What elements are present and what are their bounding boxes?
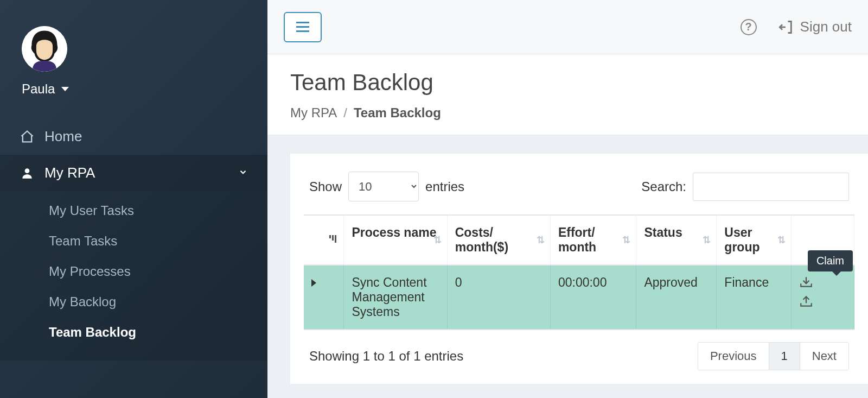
claim-icon[interactable] (799, 275, 813, 288)
sidebar-item-team-backlog[interactable]: Team Backlog (0, 317, 267, 348)
claim-tooltip: Claim (808, 250, 853, 271)
sidebar-item-label: My User Tasks (49, 203, 134, 218)
col-label: Process name (352, 225, 436, 239)
cell-actions: Claim (791, 265, 854, 330)
sidebar-item-my-rpa[interactable]: My RPA (0, 155, 267, 191)
sort-icon: ⇅ (537, 237, 545, 243)
breadcrumb-separator: / (343, 105, 347, 121)
sidebar-submenu: My User Tasks Team Tasks My Processes My… (0, 191, 267, 361)
entries-length-control: Show 10 entries (309, 172, 464, 201)
sort-icon: ⇅ (777, 237, 786, 243)
cell-usergroup: Finance (717, 265, 791, 330)
col-usergroup[interactable]: User group ⇅ (717, 215, 791, 265)
page-title: Team Backlog (290, 70, 845, 96)
row-expand-toggle[interactable] (304, 265, 344, 330)
release-icon[interactable] (799, 295, 813, 308)
main: ? Sign out Team Backlog My RPA / Team Ba… (267, 0, 868, 398)
sidebar-item-label: My Processes (49, 264, 131, 279)
pager: Previous 1 Next (698, 342, 849, 370)
content-body: Show 10 entries Search: (267, 135, 868, 398)
col-costs[interactable]: Costs/ month($) ⇅ (447, 215, 550, 265)
pager-prev-button[interactable]: Previous (698, 343, 769, 370)
table-header-row: Process name ⇅ Costs/ month($) ⇅ Effort/… (304, 215, 854, 265)
backlog-table: Process name ⇅ Costs/ month($) ⇅ Effort/… (304, 214, 854, 330)
col-label: Status (644, 225, 682, 239)
topbar: ? Sign out (267, 0, 868, 54)
person-icon (20, 166, 35, 181)
caret-right-icon (311, 279, 316, 287)
sidebar-item-label: Team Tasks (49, 233, 117, 248)
cell-status: Approved (636, 265, 717, 330)
breadcrumb-current: Team Backlog (354, 105, 441, 121)
panel: Show 10 entries Search: (290, 154, 868, 384)
svg-rect-2 (329, 235, 331, 238)
svg-point-1 (25, 168, 30, 173)
sidebar-header: Paula (0, 0, 267, 113)
signout-button[interactable]: Sign out (778, 18, 852, 35)
breadcrumb-root[interactable]: My RPA (290, 105, 337, 121)
sidebar-item-label: Home (44, 128, 82, 145)
sidebar-item-my-user-tasks[interactable]: My User Tasks (0, 195, 267, 226)
signout-icon (778, 20, 794, 35)
cell-costs: 0 (447, 265, 550, 330)
sidebar-item-label: My Backlog (49, 294, 116, 309)
sort-icon: ⇅ (703, 237, 711, 243)
search-label: Search: (641, 179, 686, 194)
pager-next-button[interactable]: Next (800, 343, 848, 370)
breadcrumb: My RPA / Team Backlog (290, 105, 845, 121)
col-expand[interactable] (304, 215, 344, 265)
cell-process-name: Sync Content Management Systems (344, 265, 447, 330)
menu-toggle-button[interactable] (284, 12, 322, 42)
col-label: User group (724, 225, 760, 254)
col-status[interactable]: Status ⇅ (636, 215, 717, 265)
sort-icon (328, 234, 338, 246)
cell-effort: 00:00:00 (550, 265, 636, 330)
help-icon[interactable]: ? (741, 19, 757, 35)
table-row[interactable]: Sync Content Management Systems 0 00:00:… (304, 265, 854, 330)
user-menu[interactable]: Paula (22, 81, 246, 97)
sidebar-item-team-tasks[interactable]: Team Tasks (0, 226, 267, 256)
table-info: Showing 1 to 1 of 1 entries (309, 349, 463, 364)
home-icon (20, 129, 35, 144)
search-input[interactable] (693, 173, 849, 201)
col-label: Effort/ month (558, 225, 596, 254)
avatar[interactable] (22, 26, 67, 72)
show-label-pre: Show (309, 179, 342, 194)
sidebar: Paula Home My RPA (0, 0, 267, 398)
pager-page-button[interactable]: 1 (769, 343, 800, 370)
show-label-post: entries (425, 179, 464, 194)
sort-icon: ⇅ (433, 237, 442, 243)
svg-rect-4 (335, 235, 336, 243)
sidebar-nav: Home My RPA My User Tasks Team Tasks My (0, 118, 267, 361)
hamburger-icon (296, 22, 309, 32)
sidebar-item-home[interactable]: Home (0, 118, 267, 155)
avatar-image-icon (22, 26, 67, 72)
user-name: Paula (22, 81, 55, 97)
sidebar-item-my-processes[interactable]: My Processes (0, 256, 267, 287)
content-header: Team Backlog My RPA / Team Backlog (267, 54, 868, 135)
sidebar-item-label: Team Backlog (49, 325, 136, 339)
signout-label: Sign out (800, 18, 852, 35)
chevron-down-icon (238, 167, 248, 179)
col-label: Costs/ month($) (455, 225, 508, 254)
caret-down-icon (61, 87, 69, 91)
col-process-name[interactable]: Process name ⇅ (344, 215, 447, 265)
sidebar-item-label: My RPA (44, 165, 95, 181)
sort-icon: ⇅ (622, 237, 630, 243)
svg-rect-3 (332, 235, 334, 241)
entries-select[interactable]: 10 (348, 172, 419, 201)
col-effort[interactable]: Effort/ month ⇅ (550, 215, 636, 265)
sidebar-item-my-backlog[interactable]: My Backlog (0, 287, 267, 317)
